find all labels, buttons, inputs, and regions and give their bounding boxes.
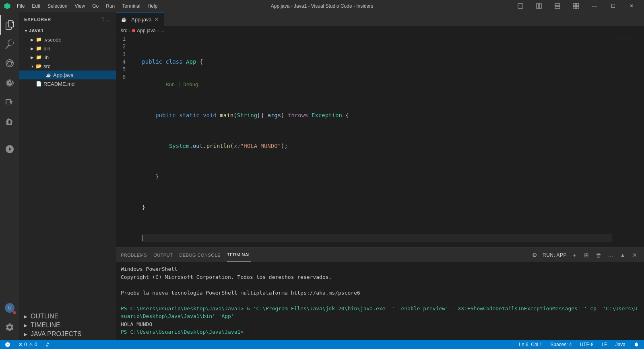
svg-rect-6 [576, 3, 579, 6]
line-num-1: 1 [122, 35, 132, 43]
terminal-line-1: Windows PowerShell [121, 265, 639, 273]
tab-close-button[interactable]: ✕ [154, 16, 159, 23]
menu-terminal[interactable]: Terminal [119, 2, 143, 10]
panel-tab-output[interactable]: OUTPUT [153, 248, 173, 262]
minimap: public class App { public static void ma… [612, 35, 644, 247]
svg-rect-7 [573, 6, 576, 9]
new-file-icon[interactable]:  [102, 16, 104, 23]
editor-area: ☕ App.java ✕ src › App.java › ... 1 2 3 … [116, 12, 644, 340]
bin-label: bin [43, 46, 50, 52]
activity-run-debug[interactable] [0, 73, 19, 93]
minimize-button[interactable]: ― [585, 0, 604, 12]
panel-tab-debug[interactable]: DEBUG CONSOLE [179, 248, 220, 262]
panel-tab-terminal[interactable]: TERMINAL [227, 248, 251, 262]
app-logo [3, 2, 11, 10]
java-projects-section-header[interactable]: ▶ JAVA PROJECTS [19, 330, 116, 339]
status-left: ⊗ 0 ⚠ 0 [3, 340, 52, 349]
menu-go[interactable]: Go [89, 2, 102, 10]
java-projects-label: JAVA PROJECTS [31, 330, 82, 338]
src-label: src [43, 63, 50, 69]
panel-close-icon[interactable]: ✕ [630, 251, 639, 260]
sidebar-title: Explorer [24, 17, 51, 22]
activity-account[interactable]: U [0, 298, 19, 318]
main-area: U Explorer  … ▾ JAVA1 ▶ [0, 12, 644, 340]
status-right: Ln 6, Col 1 Spaces: 4 UTF-8 LF Java [517, 340, 641, 349]
status-line-ending[interactable]: LF [600, 340, 609, 349]
layout-btn-3[interactable] [548, 0, 567, 12]
panel-tab-bar: PROBLEMS OUTPUT DEBUG CONSOLE TERMINAL ⚙… [116, 248, 644, 262]
activity-remote[interactable] [0, 139, 19, 159]
svg-rect-4 [555, 6, 560, 8]
status-spaces[interactable]: Spaces: 4 [549, 340, 573, 349]
layout-btn-1[interactable] [511, 0, 530, 12]
menu-file[interactable]: File [14, 2, 28, 10]
titlebar: File Edit Selection View Go Run Terminal… [0, 0, 644, 12]
notification-badge [13, 311, 16, 314]
tree-item-readme[interactable]: 📄 README.md [19, 79, 116, 88]
tree-item-bin[interactable]: ▶ 📁 bin [19, 44, 116, 53]
panel-maximize-icon[interactable]: ▲ [618, 251, 627, 260]
outline-section-header[interactable]: ▶ OUTLINE [19, 312, 116, 321]
status-encoding[interactable]: UTF-8 [578, 340, 595, 349]
terminal-line-5 [121, 297, 639, 305]
breadcrumb-class[interactable]: ... [161, 28, 165, 33]
settings-icon[interactable]: ⚙ [530, 251, 539, 260]
menu-edit[interactable]: Edit [29, 2, 43, 10]
tab-bar: ☕ App.java ✕ [116, 12, 644, 26]
panel-tab-problems[interactable]: PROBLEMS [121, 248, 147, 262]
status-remote[interactable] [3, 340, 12, 349]
layout-btn-2[interactable] [530, 0, 548, 12]
terminal-line-prompt: PS C:\Users\Usuario\Desktop\Java\Java1> [121, 328, 639, 336]
tab-appjava[interactable]: ☕ App.java ✕ [116, 12, 164, 26]
menu-run[interactable]: Run [103, 2, 118, 10]
delete-terminal-icon[interactable]: 🗑 [594, 251, 603, 260]
code-content[interactable]: public class App { Run | Debug public st… [138, 35, 612, 247]
error-icon: ⊗ [19, 342, 23, 347]
menu-bar: File Edit Selection View Go Run Terminal… [14, 2, 511, 10]
sidebar-actions:  … [102, 16, 111, 23]
activity-settings[interactable] [0, 318, 19, 337]
sidebar-bottom: ▶ OUTLINE ▶ TIMELINE ▶ JAVA PROJECTS [19, 310, 116, 340]
tree-item-vscode[interactable]: ▶ 📁 .vscode [19, 35, 116, 44]
close-button[interactable]: ✕ [622, 0, 641, 12]
status-language[interactable]: Java [614, 340, 627, 349]
tab-java-icon: ☕ [121, 16, 127, 23]
tree-item-src[interactable]: ▾ 📂 src [19, 62, 116, 71]
activity-bar: U [0, 12, 19, 340]
code-line-4: } [142, 173, 612, 181]
activity-source-control[interactable] [0, 54, 19, 73]
maximize-button[interactable]: ☐ [604, 0, 622, 12]
split-terminal-icon[interactable]: ⊞ [582, 251, 591, 260]
more-actions-icon[interactable]: … [105, 16, 111, 23]
status-bar: ⊗ 0 ⚠ 0 Ln 6, Col 1 Spaces: 4 UTF-8 LF J… [0, 340, 644, 349]
warning-count: 0 [35, 342, 37, 347]
menu-view[interactable]: View [71, 2, 88, 10]
tree-item-lib[interactable]: ▶ 📁 lib [19, 53, 116, 62]
activity-extensions[interactable] [0, 93, 19, 112]
line-ending-label: LF [602, 342, 607, 347]
terminal-content[interactable]: Windows PowerShell Copyright (C) Microso… [116, 262, 644, 340]
layout-btn-4[interactable] [567, 0, 585, 12]
svg-rect-3 [555, 4, 560, 6]
breadcrumb-src[interactable]: src [121, 28, 127, 33]
terminal-line-hola: HOLA MUNDO [121, 320, 639, 328]
activity-search[interactable] [0, 35, 19, 54]
timeline-section-header[interactable]: ▶ TIMELINE [19, 321, 116, 330]
status-errors[interactable]: ⊗ 0 ⚠ 0 [17, 340, 39, 349]
add-terminal-icon[interactable]: + [570, 251, 579, 260]
breadcrumb-file[interactable]: App.java [137, 28, 156, 33]
tree-item-appjava[interactable]: ☕ App.java [19, 71, 116, 79]
menu-help[interactable]: Help [144, 2, 161, 10]
status-notifications[interactable] [632, 340, 641, 349]
run-hint[interactable]: Run | Debug [166, 81, 198, 89]
activity-testing[interactable] [0, 112, 19, 131]
line-num-6: 6 [122, 73, 132, 81]
project-arrow: ▾ [23, 29, 29, 33]
code-editor[interactable]: 1 2 3 4 5 6 public class App { Run | Deb… [116, 35, 644, 247]
status-sync[interactable] [43, 340, 52, 349]
activity-explorer[interactable] [0, 15, 19, 35]
status-line[interactable]: Ln 6, Col 1 [517, 340, 544, 349]
menu-selection[interactable]: Selection [44, 2, 70, 10]
more-terminal-icon[interactable]: … [606, 251, 615, 260]
tree-project-root[interactable]: ▾ JAVA1 [19, 26, 116, 35]
